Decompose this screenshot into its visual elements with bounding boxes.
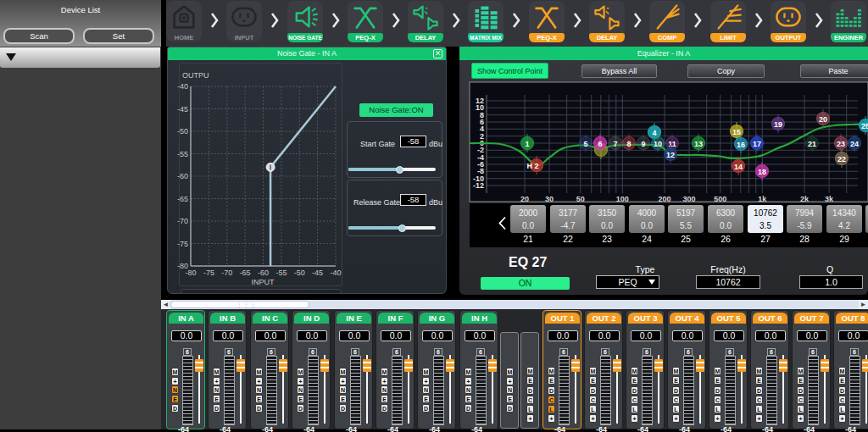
svg-text:15: 15 [732, 128, 741, 136]
svg-text:5: 5 [583, 140, 587, 148]
svg-text:-40: -40 [177, 82, 188, 91]
svg-text:17: 17 [753, 140, 761, 148]
svg-text:25: 25 [861, 122, 868, 130]
svg-text:1: 1 [525, 140, 529, 148]
svg-text:-45: -45 [312, 269, 323, 277]
svg-text:4: 4 [652, 129, 656, 137]
svg-text:-50: -50 [177, 127, 188, 136]
svg-text:2k: 2k [800, 195, 810, 203]
svg-text:-70: -70 [221, 269, 232, 277]
svg-text:16: 16 [737, 141, 745, 149]
svg-text:100: 100 [616, 195, 629, 203]
svg-text:500: 500 [714, 195, 726, 203]
svg-text:8: 8 [626, 140, 631, 148]
svg-text:300: 300 [683, 195, 696, 203]
svg-text:-45: -45 [177, 105, 188, 114]
svg-text:-40: -40 [330, 269, 341, 277]
svg-text:20: 20 [819, 115, 827, 124]
svg-text:-55: -55 [275, 269, 287, 277]
svg-text:-75: -75 [203, 269, 214, 277]
svg-text:24: 24 [850, 140, 859, 148]
svg-text:6: 6 [598, 140, 602, 148]
svg-text:3k: 3k [825, 195, 834, 203]
svg-text:11: 11 [668, 140, 676, 148]
svg-text:1k: 1k [758, 195, 767, 203]
svg-text:30: 30 [545, 195, 554, 203]
svg-text:INPUT: INPUT [252, 278, 275, 286]
svg-text:-55: -55 [177, 150, 188, 158]
svg-text:-80: -80 [185, 269, 196, 277]
svg-text:18: 18 [758, 168, 766, 176]
svg-text:9: 9 [641, 140, 645, 148]
svg-text:200: 200 [658, 195, 670, 203]
svg-text:-60: -60 [258, 269, 269, 277]
svg-text:14: 14 [734, 163, 743, 171]
svg-text:2: 2 [534, 162, 538, 170]
svg-text:-70: -70 [177, 217, 188, 225]
svg-text:13: 13 [694, 140, 703, 148]
svg-text:-75: -75 [177, 240, 188, 248]
svg-text:12: 12 [666, 151, 675, 159]
svg-text:20: 20 [520, 195, 529, 203]
svg-text:19: 19 [774, 120, 782, 129]
svg-text:23: 23 [837, 140, 845, 148]
svg-text:H: H [527, 162, 533, 170]
svg-text:10: 10 [654, 140, 662, 148]
svg-text:-65: -65 [177, 195, 188, 203]
svg-text:50: 50 [576, 195, 585, 203]
svg-text:12: 12 [476, 97, 484, 105]
svg-text:-60: -60 [177, 172, 188, 180]
svg-text:22: 22 [837, 155, 846, 163]
svg-text:21: 21 [808, 140, 816, 148]
svg-text:-50: -50 [294, 269, 305, 277]
svg-text:7: 7 [613, 140, 617, 148]
svg-text:-65: -65 [240, 269, 251, 277]
